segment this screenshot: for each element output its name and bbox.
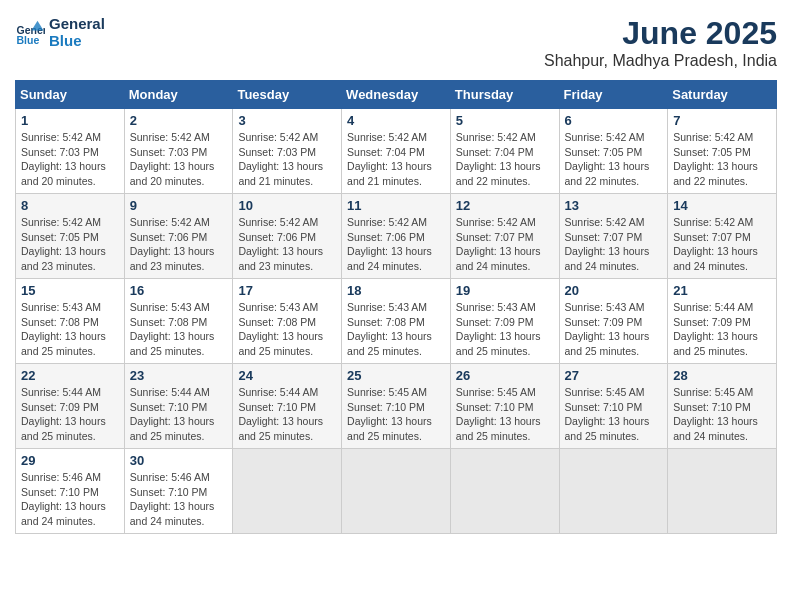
day-info: Sunrise: 5:45 AMSunset: 7:10 PMDaylight:… — [456, 386, 541, 442]
day-info: Sunrise: 5:45 AMSunset: 7:10 PMDaylight:… — [673, 386, 758, 442]
calendar-cell: 30 Sunrise: 5:46 AMSunset: 7:10 PMDaylig… — [124, 449, 233, 534]
day-number: 4 — [347, 113, 445, 128]
day-number: 7 — [673, 113, 771, 128]
calendar-cell: 19 Sunrise: 5:43 AMSunset: 7:09 PMDaylig… — [450, 279, 559, 364]
calendar-table: SundayMondayTuesdayWednesdayThursdayFrid… — [15, 80, 777, 534]
day-info: Sunrise: 5:42 AMSunset: 7:07 PMDaylight:… — [565, 216, 650, 272]
day-info: Sunrise: 5:44 AMSunset: 7:10 PMDaylight:… — [238, 386, 323, 442]
calendar-cell: 2 Sunrise: 5:42 AMSunset: 7:03 PMDayligh… — [124, 109, 233, 194]
day-number: 24 — [238, 368, 336, 383]
day-info: Sunrise: 5:42 AMSunset: 7:06 PMDaylight:… — [347, 216, 432, 272]
calendar-cell: 6 Sunrise: 5:42 AMSunset: 7:05 PMDayligh… — [559, 109, 668, 194]
day-info: Sunrise: 5:42 AMSunset: 7:05 PMDaylight:… — [21, 216, 106, 272]
calendar-cell: 8 Sunrise: 5:42 AMSunset: 7:05 PMDayligh… — [16, 194, 125, 279]
day-info: Sunrise: 5:42 AMSunset: 7:03 PMDaylight:… — [21, 131, 106, 187]
month-title: June 2025 — [544, 15, 777, 52]
calendar-cell: 22 Sunrise: 5:44 AMSunset: 7:09 PMDaylig… — [16, 364, 125, 449]
day-info: Sunrise: 5:45 AMSunset: 7:10 PMDaylight:… — [565, 386, 650, 442]
header-monday: Monday — [124, 81, 233, 109]
day-number: 29 — [21, 453, 119, 468]
day-info: Sunrise: 5:45 AMSunset: 7:10 PMDaylight:… — [347, 386, 432, 442]
logo-blue: Blue — [49, 32, 105, 49]
day-info: Sunrise: 5:42 AMSunset: 7:05 PMDaylight:… — [565, 131, 650, 187]
calendar-cell: 23 Sunrise: 5:44 AMSunset: 7:10 PMDaylig… — [124, 364, 233, 449]
header-thursday: Thursday — [450, 81, 559, 109]
svg-text:Blue: Blue — [17, 34, 40, 46]
logo-icon: General Blue — [15, 17, 45, 47]
calendar-header-row: SundayMondayTuesdayWednesdayThursdayFrid… — [16, 81, 777, 109]
week-row-5: 29 Sunrise: 5:46 AMSunset: 7:10 PMDaylig… — [16, 449, 777, 534]
week-row-2: 8 Sunrise: 5:42 AMSunset: 7:05 PMDayligh… — [16, 194, 777, 279]
day-info: Sunrise: 5:46 AMSunset: 7:10 PMDaylight:… — [21, 471, 106, 527]
calendar-cell: 18 Sunrise: 5:43 AMSunset: 7:08 PMDaylig… — [342, 279, 451, 364]
calendar-cell: 3 Sunrise: 5:42 AMSunset: 7:03 PMDayligh… — [233, 109, 342, 194]
header-saturday: Saturday — [668, 81, 777, 109]
day-number: 13 — [565, 198, 663, 213]
day-number: 5 — [456, 113, 554, 128]
calendar-cell: 26 Sunrise: 5:45 AMSunset: 7:10 PMDaylig… — [450, 364, 559, 449]
day-number: 14 — [673, 198, 771, 213]
day-info: Sunrise: 5:42 AMSunset: 7:06 PMDaylight:… — [238, 216, 323, 272]
calendar-cell: 5 Sunrise: 5:42 AMSunset: 7:04 PMDayligh… — [450, 109, 559, 194]
day-number: 16 — [130, 283, 228, 298]
week-row-1: 1 Sunrise: 5:42 AMSunset: 7:03 PMDayligh… — [16, 109, 777, 194]
day-number: 9 — [130, 198, 228, 213]
calendar-cell: 15 Sunrise: 5:43 AMSunset: 7:08 PMDaylig… — [16, 279, 125, 364]
calendar-cell: 16 Sunrise: 5:43 AMSunset: 7:08 PMDaylig… — [124, 279, 233, 364]
day-number: 25 — [347, 368, 445, 383]
day-number: 20 — [565, 283, 663, 298]
calendar-cell — [450, 449, 559, 534]
day-number: 19 — [456, 283, 554, 298]
day-number: 12 — [456, 198, 554, 213]
calendar-cell: 25 Sunrise: 5:45 AMSunset: 7:10 PMDaylig… — [342, 364, 451, 449]
day-info: Sunrise: 5:44 AMSunset: 7:10 PMDaylight:… — [130, 386, 215, 442]
calendar-cell: 20 Sunrise: 5:43 AMSunset: 7:09 PMDaylig… — [559, 279, 668, 364]
calendar-cell: 7 Sunrise: 5:42 AMSunset: 7:05 PMDayligh… — [668, 109, 777, 194]
day-info: Sunrise: 5:43 AMSunset: 7:09 PMDaylight:… — [565, 301, 650, 357]
calendar-cell: 12 Sunrise: 5:42 AMSunset: 7:07 PMDaylig… — [450, 194, 559, 279]
calendar-cell: 17 Sunrise: 5:43 AMSunset: 7:08 PMDaylig… — [233, 279, 342, 364]
day-number: 6 — [565, 113, 663, 128]
day-number: 18 — [347, 283, 445, 298]
calendar-cell: 27 Sunrise: 5:45 AMSunset: 7:10 PMDaylig… — [559, 364, 668, 449]
day-number: 8 — [21, 198, 119, 213]
day-info: Sunrise: 5:43 AMSunset: 7:08 PMDaylight:… — [21, 301, 106, 357]
day-number: 15 — [21, 283, 119, 298]
day-info: Sunrise: 5:42 AMSunset: 7:04 PMDaylight:… — [347, 131, 432, 187]
day-number: 26 — [456, 368, 554, 383]
day-info: Sunrise: 5:42 AMSunset: 7:03 PMDaylight:… — [130, 131, 215, 187]
calendar-cell: 28 Sunrise: 5:45 AMSunset: 7:10 PMDaylig… — [668, 364, 777, 449]
day-number: 17 — [238, 283, 336, 298]
day-info: Sunrise: 5:42 AMSunset: 7:04 PMDaylight:… — [456, 131, 541, 187]
day-info: Sunrise: 5:43 AMSunset: 7:08 PMDaylight:… — [130, 301, 215, 357]
day-info: Sunrise: 5:42 AMSunset: 7:07 PMDaylight:… — [673, 216, 758, 272]
calendar-cell: 21 Sunrise: 5:44 AMSunset: 7:09 PMDaylig… — [668, 279, 777, 364]
calendar-cell: 4 Sunrise: 5:42 AMSunset: 7:04 PMDayligh… — [342, 109, 451, 194]
calendar-cell: 24 Sunrise: 5:44 AMSunset: 7:10 PMDaylig… — [233, 364, 342, 449]
header-sunday: Sunday — [16, 81, 125, 109]
calendar-cell: 29 Sunrise: 5:46 AMSunset: 7:10 PMDaylig… — [16, 449, 125, 534]
day-number: 11 — [347, 198, 445, 213]
day-info: Sunrise: 5:42 AMSunset: 7:03 PMDaylight:… — [238, 131, 323, 187]
week-row-3: 15 Sunrise: 5:43 AMSunset: 7:08 PMDaylig… — [16, 279, 777, 364]
header-tuesday: Tuesday — [233, 81, 342, 109]
calendar-cell: 14 Sunrise: 5:42 AMSunset: 7:07 PMDaylig… — [668, 194, 777, 279]
calendar-cell — [668, 449, 777, 534]
calendar-cell: 13 Sunrise: 5:42 AMSunset: 7:07 PMDaylig… — [559, 194, 668, 279]
day-info: Sunrise: 5:42 AMSunset: 7:07 PMDaylight:… — [456, 216, 541, 272]
day-number: 30 — [130, 453, 228, 468]
day-number: 21 — [673, 283, 771, 298]
day-info: Sunrise: 5:43 AMSunset: 7:08 PMDaylight:… — [238, 301, 323, 357]
week-row-4: 22 Sunrise: 5:44 AMSunset: 7:09 PMDaylig… — [16, 364, 777, 449]
header-friday: Friday — [559, 81, 668, 109]
day-number: 1 — [21, 113, 119, 128]
header-wednesday: Wednesday — [342, 81, 451, 109]
day-info: Sunrise: 5:46 AMSunset: 7:10 PMDaylight:… — [130, 471, 215, 527]
day-info: Sunrise: 5:44 AMSunset: 7:09 PMDaylight:… — [21, 386, 106, 442]
day-number: 3 — [238, 113, 336, 128]
calendar-cell: 1 Sunrise: 5:42 AMSunset: 7:03 PMDayligh… — [16, 109, 125, 194]
header: General Blue General Blue June 2025 Shah… — [15, 15, 777, 70]
calendar-cell — [342, 449, 451, 534]
location-title: Shahpur, Madhya Pradesh, India — [544, 52, 777, 70]
calendar-cell — [559, 449, 668, 534]
